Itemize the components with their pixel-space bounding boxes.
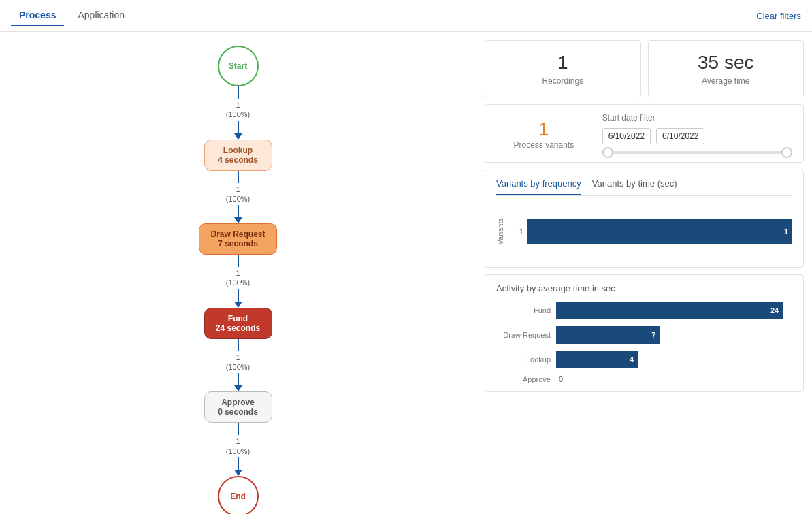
draw-line1: Draw Request [210,229,265,239]
date-filter-title: Start date filter [602,113,792,123]
activity-card: Activity by average time in sec Fund 24 … [485,274,804,392]
top-nav: Process Application Clear filters [0,0,812,32]
stats-row: 1 Recordings 35 sec Average time [485,40,804,97]
variants-card: Variants by frequency Variants by time (… [485,170,804,268]
flow-diagram: Start 1(100%) Lookup 4 seconds 1(10 [0,46,476,514]
connector-line [238,86,239,99]
avg-time-card: 35 sec Average time [648,40,805,97]
draw-line2: 7 seconds [210,239,265,248]
end-circle: End [218,476,259,514]
connector-line [238,423,239,435]
activity-bar-value-fund: 24 [770,306,779,315]
activity-bar-row-approve: Approve 0 [496,375,792,383]
tab-application[interactable]: Application [69,5,133,26]
start-label: Start [229,61,247,71]
fund-node: Fund 24 seconds [204,308,272,339]
process-variants-card: 1 Process variants Start date filter 6/1… [485,104,804,163]
start-node: Start [218,46,259,86]
connector-line [238,205,239,217]
activity-bar-label-draw: Draw Request [496,331,551,339]
date-filter-section: Start date filter 6/10/2022 6/10/2022 [602,113,792,154]
avg-time-value: 35 sec [660,52,793,74]
process-flow-panel: Start 1(100%) Lookup 4 seconds 1(10 [0,32,476,514]
connector-draw-fund: 1(100%) [226,255,250,308]
connector-line [238,171,239,183]
lookup-rect[interactable]: Lookup 4 seconds [204,140,272,171]
connector-label: 1(100%) [226,184,250,204]
variants-bar-row-label: 1 [510,227,523,236]
tab-variants-time[interactable]: Variants by time (sec) [592,178,677,195]
arrow-icon [234,302,242,308]
connector-label: 1(100%) [226,353,250,372]
connector-line [238,457,239,470]
variants-bar-value: 1 [784,227,788,236]
variants-bars-area: 1 1 [510,219,792,244]
approve-line2: 0 seconds [216,407,261,417]
arrow-icon [234,385,242,391]
start-circle: Start [218,46,259,86]
tab-variants-frequency[interactable]: Variants by frequency [496,178,581,195]
connector-line [238,339,239,351]
lookup-line1: Lookup [216,146,261,155]
tab-process[interactable]: Process [11,5,64,26]
approve-rect[interactable]: Approve 0 seconds [204,391,272,423]
right-panel: 1 Recordings 35 sec Average time 1 Proce… [476,32,812,514]
end-label: End [230,492,246,501]
variants-bar: 1 [527,219,792,244]
connector-label: 1(100%) [226,436,250,456]
main-layout: Start 1(100%) Lookup 4 seconds 1(10 [0,32,812,514]
variants-chart-area: Variants 1 1 [496,204,792,259]
activity-bar-label-approve: Approve [496,375,551,383]
slider-thumb-left[interactable] [602,147,613,158]
avg-time-label: Average time [660,76,793,86]
fund-line2: 24 seconds [216,323,261,333]
connector-label: 1(100%) [226,100,250,120]
activity-bar-row-lookup: Lookup 4 [496,351,792,368]
connector-start-lookup: 1(100%) [226,86,250,140]
arrow-icon [234,217,242,223]
clear-filters-button[interactable]: Clear filters [756,11,801,21]
recordings-label: Recordings [496,76,630,86]
date-to-input[interactable]: 6/10/2022 [656,128,704,144]
activity-bar-row-draw: Draw Request 7 [496,326,792,344]
variants-y-label: Variants [496,218,504,245]
connector-approve-end: 1(100%) [226,423,250,476]
arrow-icon [234,133,242,140]
activity-bar-label-fund: Fund [496,306,551,315]
draw-request-node: Draw Request 7 seconds [199,223,276,255]
process-variants-value: 1 [496,118,591,140]
fund-line1: Fund [216,314,261,323]
lookup-line2: 4 seconds [216,155,261,165]
activity-bar-row-fund: Fund 24 [496,302,792,319]
connector-line [238,121,239,133]
recordings-card: 1 Recordings [485,40,641,97]
draw-request-rect[interactable]: Draw Request 7 seconds [199,223,276,255]
slider-thumb-right[interactable] [781,147,792,158]
date-range-slider[interactable] [602,151,792,154]
activity-bar-label-lookup: Lookup [496,355,551,364]
activity-bar-lookup: 4 [556,351,638,368]
process-variants-section: 1 Process variants [496,113,591,150]
date-inputs: 6/10/2022 6/10/2022 [602,128,792,144]
fund-rect[interactable]: Fund 24 seconds [204,308,272,339]
connector-line [238,373,239,385]
date-from-input[interactable]: 6/10/2022 [602,128,651,144]
activity-bars: Fund 24 Draw Request 7 Lookup 4 [496,302,792,383]
lookup-node: Lookup 4 seconds [204,140,272,171]
activity-bar-value-draw: 7 [651,331,655,339]
connector-lookup-draw: 1(100%) [226,171,250,224]
activity-bar-draw: 7 [556,326,660,344]
recordings-value: 1 [496,52,630,74]
activity-bar-fund: 24 [556,302,783,319]
activity-bar-value-lookup: 4 [630,355,634,364]
arrow-icon [234,470,242,476]
approve-node: Approve 0 seconds [204,391,272,423]
activity-bar-zero-approve: 0 [559,375,563,383]
end-node: End [218,476,259,514]
connector-label: 1(100%) [226,268,250,288]
variants-tabs: Variants by frequency Variants by time (… [496,178,792,196]
approve-line1: Approve [216,398,261,407]
connector-line [238,289,239,302]
activity-title: Activity by average time in sec [496,283,792,293]
connector-line [238,255,239,267]
